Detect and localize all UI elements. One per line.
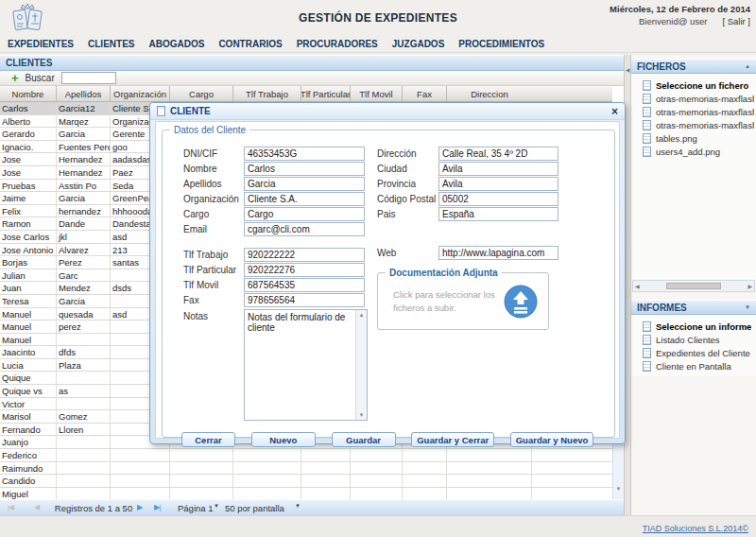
app-header: GESTIÓN DE EXPEDIENTES Miércoles, 12 de … <box>0 0 756 36</box>
direccion-input[interactable] <box>438 147 558 161</box>
file-icon <box>643 120 651 130</box>
menu-item[interactable]: PROCEDIMIENTOS <box>458 39 544 49</box>
cell-apellidos: Marqez <box>57 115 111 129</box>
tlf-particular-input[interactable] <box>244 263 365 277</box>
menu-item[interactable]: PROCURADORES <box>297 39 378 49</box>
cell-nombre: Quique <box>0 372 57 385</box>
upload-icon[interactable] <box>503 284 539 320</box>
fichero-item[interactable]: Seleccione un fichero <box>643 78 754 92</box>
informe-item[interactable]: Cliente en Pantalla <box>643 359 754 372</box>
scroll-down-icon[interactable]: ▼ <box>613 486 624 492</box>
tlf-trabajo-input[interactable] <box>244 248 365 262</box>
informe-item[interactable]: Expedientes del Cliente <box>643 346 754 359</box>
dialog-button[interactable]: Nuevo <box>251 432 316 447</box>
cell-nombre: Marisol <box>0 410 57 424</box>
web-input[interactable] <box>438 246 558 260</box>
fichero-label: users4_add.png <box>656 147 720 157</box>
organizacion-input[interactable] <box>244 192 365 206</box>
fichero-item[interactable]: otras-memorias-maxflash-sd-hc <box>643 118 754 131</box>
pais-input[interactable] <box>438 207 558 221</box>
cell-apellidos: Garcia12 <box>57 102 111 115</box>
column-header[interactable]: Nombre <box>0 86 57 101</box>
provincia-input[interactable] <box>438 177 558 191</box>
first-page-icon[interactable]: |◀ <box>8 503 13 511</box>
dialog-titlebar[interactable]: CLIENTE × <box>150 103 625 120</box>
documentacion-adjunta-fieldset: Documentación Adjunta Click para selecci… <box>377 268 549 330</box>
column-header[interactable]: Cargo <box>170 86 233 101</box>
email-input[interactable] <box>244 222 365 236</box>
menu-item[interactable]: JUZGADOS <box>392 39 445 49</box>
dialog-button[interactable]: Guardar y Nuevo <box>510 432 593 447</box>
ficheros-panel-header[interactable]: FICHEROS ▲ <box>631 59 756 74</box>
per-page-caret-icon[interactable]: ▼ <box>295 503 301 509</box>
codigo-postal-label: Código Postal <box>377 194 438 204</box>
dialog-button[interactable]: Guardar <box>332 432 396 447</box>
upload-dropzone[interactable]: Click para seleccionar los ficheros a su… <box>378 278 548 320</box>
notas-scroll-down-icon[interactable]: ▼ <box>356 412 367 418</box>
cell-nombre: Jose <box>0 166 57 180</box>
column-header[interactable]: Direccion <box>447 86 532 101</box>
hscroll-thumb[interactable] <box>666 283 721 289</box>
file-icon <box>643 107 651 117</box>
fax-input[interactable] <box>244 293 365 307</box>
column-header[interactable]: Tlf Particular <box>301 86 351 101</box>
fichero-item[interactable]: tables.png <box>643 131 754 145</box>
page-caret-icon[interactable]: ▼ <box>214 503 219 509</box>
column-header[interactable]: Fax <box>403 86 447 101</box>
cell-apellidos <box>57 462 111 476</box>
ficheros-horizontal-scrollbar[interactable]: ◀ ▶ <box>632 280 755 292</box>
scroll-right-icon[interactable]: ▶ <box>747 283 752 289</box>
upload-hint[interactable]: Click para seleccionar los ficheros a su… <box>393 288 495 316</box>
dialog-button[interactable]: Cerrar <box>181 432 235 447</box>
informe-label: Expedientes del Cliente <box>656 348 750 358</box>
add-client-icon[interactable]: + <box>11 73 19 84</box>
page-selector[interactable]: Página 1 <box>178 503 214 513</box>
table-row[interactable]: Miguel <box>0 488 612 499</box>
cargo-input[interactable] <box>244 207 365 221</box>
dni-input[interactable] <box>244 147 365 161</box>
column-header[interactable]: Tlf Movil <box>351 86 403 101</box>
column-header[interactable]: Apellidos <box>57 86 111 101</box>
scroll-left-icon[interactable]: ◀ <box>635 283 640 289</box>
cell-filler <box>532 449 612 462</box>
notas-scrollbar[interactable]: ▲ ▼ <box>355 310 367 420</box>
informe-item[interactable]: Listado Clientes <box>643 333 754 346</box>
vendor-link[interactable]: TIAD Soluciones S.L.2014© <box>643 524 748 533</box>
column-header[interactable]: Tlf Trabajo <box>233 86 301 101</box>
menu-item[interactable]: CLIENTES <box>88 39 134 49</box>
close-icon[interactable]: × <box>611 106 618 117</box>
informes-expand-icon[interactable]: ▼ <box>745 304 750 310</box>
fichero-item[interactable]: users4_add.png <box>643 145 754 158</box>
menu-item[interactable]: CONTRARIOS <box>218 39 282 49</box>
dialog-button[interactable]: Guardar y Cerrar <box>411 432 494 447</box>
collapse-sidebar-icon[interactable]: ◀ <box>625 66 630 73</box>
prev-page-icon[interactable]: ◀ <box>34 503 40 511</box>
menu-item[interactable]: EXPEDIENTES <box>8 39 74 49</box>
ciudad-label: Ciudad <box>377 164 438 174</box>
table-row[interactable]: Candido <box>0 475 612 488</box>
informes-panel-header[interactable]: INFORMES ▼ <box>631 300 756 315</box>
next-page-icon[interactable]: ▶ <box>137 503 143 511</box>
cell-tlf-movil <box>351 475 403 488</box>
fichero-item[interactable]: otras-memorias-maxflash-sd-hc <box>643 92 754 105</box>
per-page-selector[interactable]: 50 por pantalla <box>225 503 284 513</box>
menu-item[interactable]: ABOGADOS <box>148 39 204 49</box>
informe-item[interactable]: Seleccione un informe <box>643 320 754 333</box>
dni-label: DNI/CIF <box>183 148 244 159</box>
notas-scroll-up-icon[interactable]: ▲ <box>356 312 367 318</box>
column-header[interactable]: Organización <box>111 86 170 101</box>
last-page-icon[interactable]: ▶| <box>154 503 160 511</box>
fichero-item[interactable]: otras-memorias-maxflash-sd-hc <box>643 105 754 118</box>
table-row[interactable]: Raimundo <box>0 462 612 476</box>
field-organizacion: Organización <box>183 192 365 206</box>
table-row[interactable]: Federico <box>0 449 612 462</box>
codigo-postal-input[interactable] <box>438 192 558 206</box>
nombre-input[interactable] <box>244 162 365 176</box>
ficheros-collapse-icon[interactable]: ▲ <box>745 63 750 69</box>
ciudad-input[interactable] <box>438 162 558 176</box>
notas-textarea[interactable]: Notas del formulario de cliente <box>245 310 355 420</box>
apellidos-input[interactable] <box>244 177 365 191</box>
tlf-movil-input[interactable] <box>244 278 365 292</box>
search-input[interactable] <box>61 72 116 84</box>
logout-link[interactable]: [ Salir ] <box>722 16 750 26</box>
